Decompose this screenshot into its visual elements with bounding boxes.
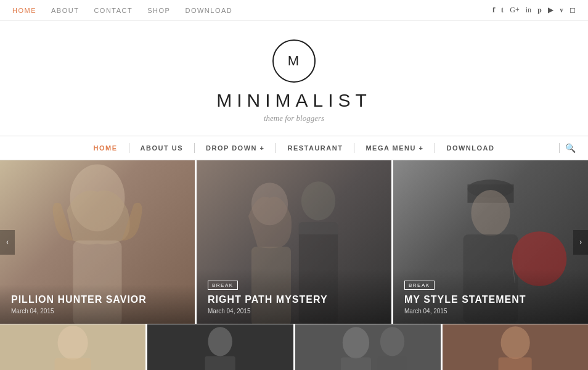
linkedin-icon[interactable]: in: [526, 6, 531, 15]
main-navigation: HOME ABOUT US DROP DOWN + RESTAURANT MEG…: [0, 136, 588, 160]
strip-bg-1: [0, 324, 145, 370]
svg-rect-15: [55, 358, 91, 370]
nav-download-link[interactable]: DOWNLOAD: [435, 144, 505, 152]
logo-circle[interactable]: M: [272, 39, 316, 83]
strip-item-2[interactable]: [147, 324, 295, 370]
search-icon[interactable]: 🔍: [565, 143, 576, 154]
svg-point-17: [208, 327, 232, 356]
strip-bg-3: [295, 324, 441, 370]
slide-2-tag: BREAK: [208, 281, 238, 290]
nav-restaurant: RESTAURANT: [276, 144, 354, 152]
slide-3-title: MY STYLE STATEMENT: [404, 294, 577, 305]
top-nav-about[interactable]: ABOUT: [51, 7, 79, 14]
top-bar: HOME ABOUT CONTACT SHOP DOWNLOAD 𝐟 𝐭 G+ …: [0, 0, 588, 21]
slide-1[interactable]: PILLION HUNTER SAVIOR March 04, 2015: [0, 160, 195, 324]
top-nav-home[interactable]: HOME: [12, 7, 36, 14]
svg-point-9: [471, 190, 510, 236]
strip-bg-2: [147, 324, 293, 370]
nav-dropdown-link[interactable]: DROP DOWN +: [195, 144, 276, 152]
googleplus-icon[interactable]: G+: [510, 6, 519, 15]
logo-title: MINIMALIST: [216, 90, 372, 111]
svg-point-22: [380, 327, 404, 356]
svg-point-4: [301, 181, 335, 220]
nav-about-link[interactable]: ABOUT US: [129, 144, 194, 152]
svg-rect-18: [205, 356, 235, 370]
twitter-icon[interactable]: 𝐭: [501, 6, 504, 15]
top-navigation: HOME ABOUT CONTACT SHOP DOWNLOAD: [12, 7, 232, 14]
nav-megamenu-link[interactable]: MEGA MENU +: [354, 144, 435, 152]
slide-1-overlay: PILLION HUNTER SAVIOR March 04, 2015: [0, 284, 195, 324]
nav-home: HOME: [83, 144, 129, 152]
main-nav-items: HOME ABOUT US DROP DOWN + RESTAURANT MEG…: [83, 143, 506, 153]
strip-item-3[interactable]: [295, 324, 443, 370]
svg-rect-6: [299, 222, 338, 234]
pinterest-icon[interactable]: 𝐩: [537, 6, 542, 15]
svg-point-14: [58, 326, 88, 360]
nav-home-link[interactable]: HOME: [83, 144, 129, 152]
logo-subtitle: theme for bloggers: [264, 113, 324, 123]
strip-bg-4: [443, 324, 588, 370]
slide-1-date: March 04, 2015: [11, 308, 184, 314]
social-icons: 𝐟 𝐭 G+ in 𝐩 ▶ 𝐯 ◻: [492, 6, 576, 15]
nav-dropdown: DROP DOWN +: [195, 144, 276, 152]
slide-2-title: RIGHT PATH MYSTERY: [208, 294, 380, 305]
svg-rect-21: [340, 357, 370, 370]
top-nav-contact[interactable]: CONTACT: [94, 7, 133, 14]
slide-3[interactable]: BREAK MY STYLE STATEMENT March 04, 2015: [393, 160, 588, 324]
slide-2[interactable]: BREAK RIGHT PATH MYSTERY March 04, 2015: [195, 160, 393, 324]
youtube-icon[interactable]: ▶: [548, 6, 553, 15]
svg-rect-26: [498, 357, 531, 370]
slide-3-date: March 04, 2015: [404, 308, 577, 314]
strip-item-4[interactable]: [443, 324, 588, 370]
slide-2-overlay: BREAK RIGHT PATH MYSTERY March 04, 2015: [197, 269, 391, 324]
vimeo-icon[interactable]: 𝐯: [560, 6, 563, 15]
slide-3-overlay: BREAK MY STYLE STATEMENT March 04, 2015: [393, 269, 588, 324]
instagram-icon[interactable]: ◻: [570, 6, 576, 15]
slide-2-date: March 04, 2015: [208, 308, 380, 314]
nav-megamenu: MEGA MENU +: [354, 144, 435, 152]
slide-3-tag: BREAK: [404, 281, 435, 290]
bottom-strip: [0, 324, 588, 370]
slide-items: PILLION HUNTER SAVIOR March 04, 2015: [0, 160, 588, 324]
slide-1-title: PILLION HUNTER SAVIOR: [11, 294, 184, 305]
logo-letter: M: [288, 53, 300, 69]
nav-about: ABOUT US: [129, 144, 194, 152]
nav-search-divider: [559, 143, 560, 153]
hero-slider: ‹ PILLION HUNTER SAVIOR March 04, 2015: [0, 160, 588, 324]
svg-point-25: [500, 326, 529, 359]
svg-rect-23: [377, 356, 406, 370]
facebook-icon[interactable]: 𝐟: [492, 6, 495, 15]
top-nav-shop[interactable]: SHOP: [147, 7, 170, 14]
nav-download: DOWNLOAD: [435, 144, 505, 152]
slider-prev-button[interactable]: ‹: [0, 230, 15, 255]
strip-item-1[interactable]: [0, 324, 147, 370]
slider-next-button[interactable]: ›: [573, 230, 588, 255]
top-nav-download[interactable]: DOWNLOAD: [185, 7, 232, 14]
logo-area: M MINIMALIST theme for bloggers: [0, 21, 588, 136]
svg-point-20: [342, 327, 369, 358]
nav-restaurant-link[interactable]: RESTAURANT: [276, 144, 354, 152]
